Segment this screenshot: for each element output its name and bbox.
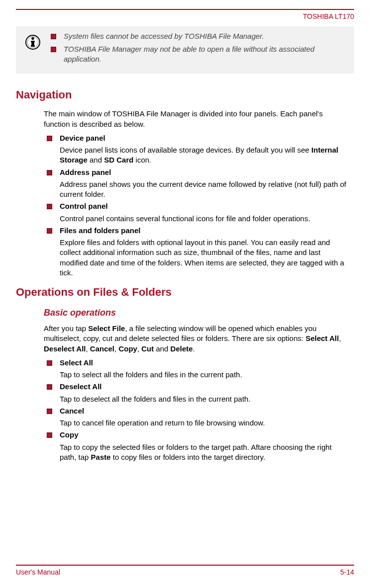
info-note: System files cannot be accessed by TOSHI… <box>48 31 348 41</box>
list-item: Cancel Tap to cancel file operation and … <box>44 406 350 428</box>
item-desc: Tap to select all the folders and files … <box>60 370 350 380</box>
item-desc: Tap to copy the selected files or folder… <box>60 442 350 463</box>
nav-intro: The main window of TOSHIBA File Manager … <box>44 109 350 129</box>
info-note: TOSHIBA File Manager may not be able to … <box>48 44 348 65</box>
list-item: Select All Tap to select all the folders… <box>44 358 350 380</box>
info-icon-slot <box>18 31 48 50</box>
info-list: System files cannot be accessed by TOSHI… <box>48 31 348 68</box>
nav-list: Device panel Device panel lists icons of… <box>44 133 350 278</box>
section-heading-operations: Operations on Files & Folders <box>16 285 350 300</box>
product-name: TOSHIBA LT170 <box>303 12 354 20</box>
ops-list: Select All Tap to select all the folders… <box>44 358 350 462</box>
page-footer: User's Manual 5-14 <box>16 565 354 577</box>
item-title: Copy <box>60 430 350 440</box>
item-title: Deselect All <box>60 382 350 392</box>
item-title: Device panel <box>60 133 350 143</box>
list-item: Address panel Address panel shows you th… <box>44 168 350 200</box>
list-item: Copy Tap to copy the selected files or f… <box>44 430 350 462</box>
item-title: Control panel <box>60 201 350 211</box>
list-item: Control panel Control panel contains sev… <box>44 201 350 224</box>
item-desc: Explore files and folders with optional … <box>60 238 350 278</box>
list-item: Device panel Device panel lists icons of… <box>44 133 350 166</box>
item-title: Select All <box>60 358 350 368</box>
footer-right: 5-14 <box>340 568 354 577</box>
item-desc: Tap to deselect all the folders and file… <box>60 394 350 404</box>
page-header: TOSHIBA LT170 <box>16 9 354 21</box>
item-desc: Device panel lists icons of available st… <box>60 145 350 166</box>
item-title: Address panel <box>60 168 350 177</box>
info-box: System files cannot be accessed by TOSHI… <box>16 26 354 74</box>
item-desc: Control panel contains several functiona… <box>60 214 350 224</box>
item-title: Cancel <box>60 406 350 416</box>
item-desc: Tap to cancel file operation and return … <box>60 418 350 428</box>
list-item: Deselect All Tap to deselect all the fol… <box>44 382 350 404</box>
list-item: Files and folders panel Explore files an… <box>44 226 350 278</box>
ops-intro: After you tap Select File, a file select… <box>44 324 350 354</box>
footer-left: User's Manual <box>16 568 60 577</box>
svg-rect-3 <box>31 41 35 42</box>
svg-point-5 <box>31 37 34 40</box>
subsection-basic-operations: Basic operations <box>44 307 350 319</box>
item-desc: Address panel shows you the current devi… <box>60 179 350 200</box>
item-title: Files and folders panel <box>60 226 350 236</box>
svg-rect-4 <box>31 45 35 47</box>
info-icon <box>25 34 41 50</box>
section-heading-navigation: Navigation <box>16 87 350 102</box>
